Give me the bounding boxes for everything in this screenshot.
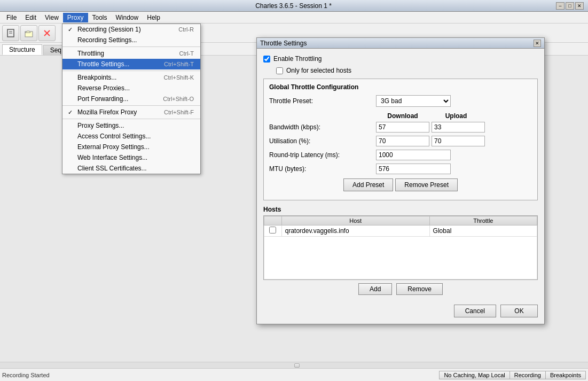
utilisation-download-input[interactable] [376,136,429,146]
menu-item-client-ssl[interactable]: Client SSL Certificates... [62,163,200,174]
toolbar-open-btn[interactable] [20,25,37,41]
menu-item-external-proxy[interactable]: External Proxy Settings... [62,142,200,152]
bandwidth-label: Bandwidth (kbps): [269,123,376,131]
web-interface-label: Web Interface Settings... [77,154,147,161]
throttle-settings-label: Throttle Settings... [77,60,129,68]
dialog-title: Throttle Settings [260,40,307,47]
hosts-actions: Add Remove [263,283,538,295]
separator-4 [62,119,200,119]
menu-item-web-interface[interactable]: Web Interface Settings... [62,152,200,163]
breakpoints-shortcut: Ctrl+Shift-K [163,74,194,81]
status-badges: No Caching, Map Local Recording Breakpoi… [440,371,586,379]
host-throttle-cell: Global [429,226,537,237]
tab-structure[interactable]: Structure [2,44,42,55]
dialog-close-btn[interactable]: ✕ [534,40,541,47]
hosts-remove-btn[interactable]: Remove [396,283,443,295]
horizontal-scrollbar[interactable] [0,362,588,368]
bandwidth-download-input[interactable] [376,122,429,133]
external-proxy-label: External Proxy Settings... [77,143,150,151]
hosts-add-btn[interactable]: Add [358,283,392,295]
menu-item-reverse-proxies[interactable]: Reverse Proxies... [62,83,200,94]
menu-item-throttle-settings[interactable]: Throttle Settings... Ctrl+Shift-T [62,59,200,69]
new-icon [6,28,15,38]
throttling-shortcut: Ctrl-T [179,50,194,57]
mozilla-proxy-label: Mozilla Firefox Proxy [77,108,137,116]
menu-edit[interactable]: Edit [21,13,41,22]
recording-settings-label: Recording Settings... [77,36,137,44]
enable-throttling-row: Enable Throttling [263,55,538,63]
latency-input[interactable] [376,150,451,160]
menu-window[interactable]: Window [112,13,143,22]
cancel-btn[interactable]: Cancel [454,305,496,317]
global-throttle-group: Global Throttle Configuration Throttle P… [263,79,538,200]
preset-label: Throttle Preset: [269,97,376,105]
menu-view[interactable]: View [41,13,63,22]
utilisation-row: Utilisation (%): [269,136,532,146]
menu-item-breakpoints[interactable]: Breakpoints... Ctrl+Shift-K [62,72,200,83]
remove-preset-btn[interactable]: Remove Preset [395,178,458,191]
access-control-label: Access Control Settings... [77,133,151,140]
bandwidth-upload-input[interactable] [432,122,485,133]
hosts-title: Hosts [263,206,538,213]
empty-row [264,237,537,279]
title-bar: Charles 3.6.5 - Session 1 * – □ ✕ [0,0,588,12]
menu-proxy[interactable]: Proxy [63,13,88,22]
host-check-cell[interactable] [264,226,282,237]
hosts-section: Hosts Host Throttle [263,206,538,295]
status-badge-caching[interactable]: No Caching, Map Local [439,371,509,379]
menu-help[interactable]: Help [143,13,164,22]
open-icon [24,28,34,38]
only-selected-hosts-checkbox[interactable] [276,67,283,74]
window-controls[interactable]: – □ ✕ [556,2,584,10]
menu-item-mozilla-proxy[interactable]: Mozilla Firefox Proxy Ctrl+Shift-F [62,107,200,118]
host-checkbox[interactable] [269,227,276,234]
scroll-thumb[interactable] [294,363,300,368]
menu-item-throttling[interactable]: Throttling Ctrl-T [62,48,200,59]
recording-session-label: Recording (Session 1) [77,26,141,33]
mozilla-proxy-shortcut: Ctrl+Shift-F [164,109,194,115]
enable-throttling-checkbox[interactable] [263,56,270,63]
client-ssl-label: Client SSL Certificates... [77,165,147,172]
mtu-input[interactable] [376,164,451,174]
download-header: Download [376,112,429,120]
reverse-proxies-label: Reverse Proxies... [77,84,130,92]
utilisation-upload-input[interactable] [432,136,485,146]
menu-bar: File Edit View Proxy Tools Window Help [0,12,588,24]
host-row[interactable]: qratordev.vaggelis.info Global [264,226,537,237]
only-selected-hosts-label: Only for selected hosts [286,67,351,74]
status-bar: Recording Started No Caching, Map Local … [0,368,588,381]
hosts-area: Host Throttle qratordev.vaggelis.info Gl… [263,215,538,280]
status-badge-recording[interactable]: Recording [509,371,546,379]
latency-row: Round-trip Latency (ms): [269,150,532,160]
port-forwarding-label: Port Forwarding... [77,95,128,103]
recording-session-shortcut: Ctrl-R [178,26,194,33]
du-header-row: Download Upload [269,112,532,120]
host-name-cell: qratordev.vaggelis.info [281,226,429,237]
ok-btn[interactable]: OK [500,305,538,317]
menu-item-port-forwarding[interactable]: Port Forwarding... Ctrl+Shift-O [62,94,200,104]
toolbar-new-btn[interactable] [2,25,19,41]
menu-item-proxy-settings[interactable]: Proxy Settings... [62,120,200,131]
menu-file[interactable]: File [2,13,21,22]
dialog-title-bar: Throttle Settings ✕ [257,38,544,49]
menu-item-recording-session[interactable]: Recording (Session 1) Ctrl-R [62,24,200,35]
toolbar-close-btn[interactable] [38,25,56,41]
proxy-dropdown-menu: Recording (Session 1) Ctrl-R Recording S… [62,24,201,174]
group-title: Global Throttle Configuration [269,83,532,91]
minimize-btn[interactable]: – [556,2,565,10]
add-preset-btn[interactable]: Add Preset [343,178,393,191]
breakpoints-label: Breakpoints... [77,74,116,81]
throttle-preset-select[interactable]: 3G bad 3G good DSL bad DSL good ADSL [376,95,451,107]
status-badge-breakpoints[interactable]: Breakpoints [545,371,586,379]
separator-1 [62,46,200,47]
menu-item-recording-settings[interactable]: Recording Settings... [62,35,200,45]
maximize-btn[interactable]: □ [566,2,574,10]
hosts-host-col: Host [281,216,429,226]
hosts-check-col [264,216,282,226]
menu-item-access-control[interactable]: Access Control Settings... [62,131,200,142]
mtu-row: MTU (bytes): [269,164,532,174]
menu-tools[interactable]: Tools [88,13,112,22]
port-forwarding-shortcut: Ctrl+Shift-O [163,96,194,102]
throttle-settings-shortcut: Ctrl+Shift-T [164,61,194,67]
close-btn[interactable]: ✕ [575,2,584,10]
